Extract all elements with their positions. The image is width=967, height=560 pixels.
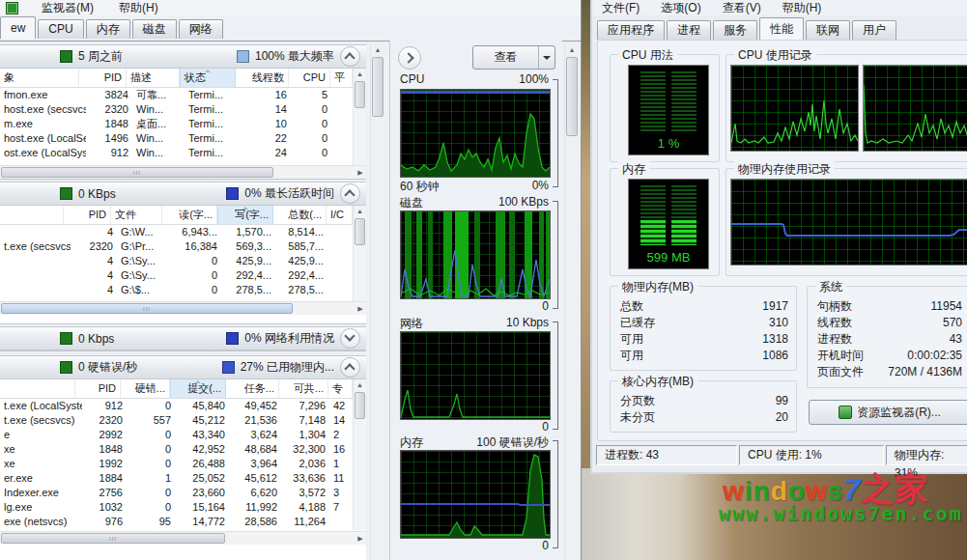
menu-item[interactable]: 监视器(M) [42, 0, 94, 16]
resource-monitor-button[interactable]: 资源监视器(R)... [809, 400, 967, 425]
expand-chevron-icon[interactable] [340, 328, 360, 349]
network-panel-header[interactable]: 0 Kbps 0% 网络利用情况 [0, 327, 366, 350]
network-panel: 0 Kbps 0% 网络利用情况 [0, 326, 366, 351]
table-row[interactable]: er.exe1884125,05245,61233,63611 [0, 471, 353, 486]
cpu-table-hscrollbar[interactable]: III▶ [0, 165, 366, 179]
menu-item[interactable]: 帮助(H) [119, 0, 158, 16]
resmon-tab-磁盘[interactable]: 磁盘 [132, 19, 177, 39]
disk-table-hscrollbar[interactable]: III▶ [0, 301, 366, 315]
column-header[interactable] [0, 206, 64, 224]
disk-graph-title: 磁盘 [400, 195, 423, 211]
column-header[interactable]: I/C [327, 206, 353, 224]
column-header[interactable]: PID [75, 379, 121, 398]
table-cell: G:\Pr... [117, 239, 167, 254]
column-header[interactable]: PID [79, 69, 127, 87]
column-header[interactable]: CPU [289, 69, 330, 87]
taskmgr-tab-进程[interactable]: 进程 [667, 20, 711, 40]
view-button-label: 查看 [473, 49, 538, 66]
column-header[interactable]: 线程数 [236, 69, 289, 87]
column-header[interactable] [0, 379, 75, 398]
table-row[interactable]: t.exe (secsvcs)2320G:\Pr...16,384569,3..… [0, 239, 353, 254]
collapse-chevron-icon[interactable] [340, 46, 360, 67]
table-cell: 8,514... [275, 225, 327, 239]
table-row[interactable]: ost.exe (LocalSystemNet912Win...Termi...… [0, 146, 353, 160]
table-row[interactable]: lg.exe1032015,16411,9924,1887 [0, 500, 353, 515]
table-row[interactable]: Indexer.exe2756023,6606,6203,5723 [0, 486, 353, 500]
table-row[interactable]: host.exe (LocalServiceNo...1496Win...Ter… [0, 131, 353, 146]
column-header[interactable]: 读(字... [162, 206, 217, 224]
taskmgr-tab-应用程序[interactable]: 应用程序 [597, 20, 665, 40]
resmon-left-scrollbar[interactable]: ▲ [370, 44, 384, 560]
disk-table-vscrollbar[interactable]: ▲ [353, 206, 366, 301]
taskmgr-tab-性能[interactable]: 性能 [759, 17, 804, 40]
column-header[interactable]: 可共... [279, 379, 328, 398]
cpu-right-badge: 100% 最大频率 [255, 48, 334, 65]
menu-item[interactable]: 选项(O) [661, 0, 700, 16]
table-cell: 278,5... [275, 283, 327, 297]
column-header[interactable]: 状态 [180, 69, 236, 87]
table-cell: 0 [127, 442, 175, 457]
table-row[interactable]: t.exe (LocalSystemNetwo...912045,84049,4… [0, 399, 353, 413]
table-row[interactable]: xe1992026,4883,9642,0361 [0, 457, 353, 471]
resmon-tab-ew[interactable]: ew [0, 16, 36, 39]
table-row[interactable]: 4G:\Sy...0425,9...425,9... [0, 254, 353, 268]
collapse-graphs-button[interactable] [398, 46, 421, 70]
resmon-tab-内存[interactable]: 内存 [86, 19, 130, 39]
table-cell: 2992 [82, 428, 127, 442]
memory-table-hscrollbar[interactable]: III▶ [0, 531, 366, 545]
table-row[interactable]: 4G:\W...6,943...1,570...8,514... [0, 225, 353, 239]
disk-panel-header[interactable]: 0 KBps 0% 最长活跃时间 [0, 182, 366, 206]
collapse-chevron-icon[interactable] [340, 357, 360, 378]
collapse-chevron-icon[interactable] [340, 183, 360, 204]
table-row[interactable]: fmon.exe3824可靠...Termi...165 [0, 88, 353, 102]
view-button[interactable]: 查看 [472, 45, 555, 70]
table-row[interactable]: 4G:\$...0278,5...278,5... [0, 283, 353, 297]
table-cell: 976 [82, 515, 127, 529]
cpu-panel-header[interactable]: 5 周之前 100% 最大频率 [0, 45, 366, 69]
cpu-graph-xlabel: 60 秒钟 [400, 179, 440, 195]
blue-legend-square [226, 332, 239, 345]
resmon-graphs-scrollbar[interactable]: ▲ [564, 44, 579, 560]
memory-panel-header[interactable]: 0 硬错误/秒 27% 已用物理内... [0, 356, 366, 379]
menu-item[interactable]: 文件(F) [602, 0, 640, 16]
resmon-tab-网络[interactable]: 网络 [179, 19, 223, 39]
column-header[interactable]: 描述 [127, 69, 180, 87]
column-header[interactable]: 硬错... [121, 379, 170, 398]
column-header[interactable]: 平 [330, 69, 353, 87]
disk-graph-max: 100 KBps [498, 195, 549, 211]
memory-table-vscrollbar[interactable]: ▲ [353, 379, 366, 530]
table-row[interactable]: host.exe (secsvcs)2320Win...Termi...140 [0, 102, 353, 117]
table-cell: 1,570... [221, 225, 275, 239]
column-header[interactable]: 提交(... [170, 379, 226, 398]
cpu-history-title: CPU 使用记录 [734, 47, 816, 64]
column-header[interactable]: 总数(... [273, 206, 327, 224]
column-header[interactable]: PID [64, 206, 111, 224]
view-dropdown[interactable] [538, 46, 555, 69]
memory-graph-min: 0 [542, 539, 549, 552]
cpu-table-vscrollbar[interactable]: ▲ [353, 69, 366, 165]
table-cell: 1032 [82, 500, 127, 515]
column-header[interactable]: 写(字... [217, 206, 273, 224]
taskmgr-tab-服务[interactable]: 服务 [713, 20, 757, 40]
table-row[interactable]: xe1848042,95248,68432,30016 [0, 442, 353, 457]
table-cell: 557 [127, 413, 175, 428]
taskmgr-tab-联网[interactable]: 联网 [806, 20, 850, 40]
taskmgr-tab-用户[interactable]: 用户 [852, 20, 896, 40]
table-row[interactable]: e2992043,3403,6241,3042 [0, 428, 353, 442]
menu-item[interactable]: 帮助(H) [782, 0, 822, 16]
table-row[interactable]: 4G:\Sy...0292,4...292,4... [0, 268, 353, 283]
table-cell: Termi... [185, 131, 239, 146]
menu-item[interactable]: 查看(V) [723, 0, 761, 16]
table-cell: 292,4... [221, 268, 275, 283]
column-header[interactable]: 专 [328, 379, 353, 398]
table-row[interactable]: exe (netsvcs)9769514,77228,58611,264 [0, 515, 353, 529]
table-row[interactable]: m.exe1848桌面...Termi...100 [0, 117, 353, 131]
column-header[interactable]: 任务... [226, 379, 279, 398]
table-cell: 23,660 [175, 486, 229, 500]
column-header[interactable]: 象 [0, 69, 79, 87]
resmon-tab-CPU[interactable]: CPU [38, 19, 83, 39]
table-row[interactable]: t.exe (secsvcs)232055745,21221,5367,1481… [0, 413, 353, 428]
table-cell: 0 [127, 486, 175, 500]
table-cell [327, 254, 353, 268]
column-header[interactable]: 文件 [111, 206, 162, 224]
